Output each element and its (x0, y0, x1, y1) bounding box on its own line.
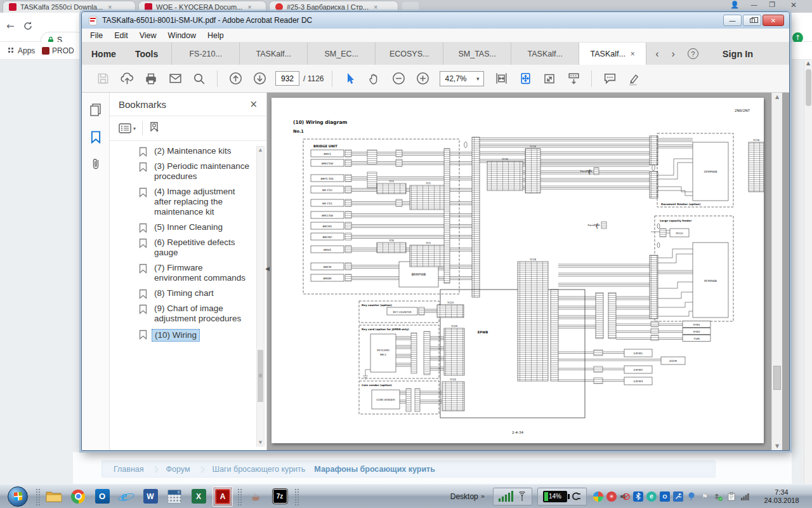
tray-signal-bars-icon[interactable] (740, 491, 750, 502)
browser-scrollbar[interactable]: ▲ (804, 60, 812, 484)
close-button[interactable]: ✕ (763, 15, 784, 26)
browser-minimize-button[interactable]: — (750, 1, 757, 9)
fullscreen-icon[interactable] (542, 71, 557, 86)
hand-tool-icon[interactable] (367, 71, 382, 86)
panel-close-icon[interactable]: × (249, 98, 258, 110)
wifi-antenna-icon[interactable] (518, 491, 527, 502)
document-scrollbar-thumb[interactable] (773, 366, 781, 390)
save-icon[interactable] (95, 71, 110, 86)
sign-in-button[interactable]: Sign In (723, 49, 753, 59)
doc-tab-3[interactable]: SM_EC... (307, 43, 375, 65)
tray-snowflake-icon[interactable]: ✳ (606, 491, 617, 502)
scroll-down-icon[interactable]: ▼ (772, 443, 782, 449)
signal-strength-icon[interactable] (499, 491, 514, 502)
tab-close-icon[interactable]: × (108, 3, 112, 11)
apps-grid-icon[interactable] (8, 47, 15, 54)
next-tab-arrow-icon[interactable]: › (672, 48, 675, 60)
document-scrollbar[interactable]: ▲ ▼ (771, 93, 782, 450)
clipboard-icon[interactable] (726, 491, 737, 502)
taskbar-clock[interactable]: 7:34 24.03.2018 (759, 488, 804, 505)
browser-scrollbar-thumb[interactable] (806, 69, 811, 106)
browser-maximize-button[interactable]: ❐ (769, 1, 775, 9)
menu-help[interactable]: Help (202, 31, 230, 40)
comment-icon[interactable] (602, 71, 617, 86)
bluetooth-icon[interactable] (633, 491, 643, 502)
battery-indicator[interactable]: 14% (543, 491, 567, 502)
doc-tab-4[interactable]: ECOSYS... (375, 43, 443, 65)
breadcrumb-link-home[interactable]: Главная (114, 465, 144, 474)
bookmark-options-menu[interactable]: ▾ (119, 123, 136, 133)
eset-icon[interactable]: e (646, 491, 657, 502)
expand-current-bookmark-icon[interactable] (149, 121, 160, 135)
scroll-down-icon[interactable]: ▼ (257, 440, 264, 445)
tab-close-icon[interactable]: × (247, 3, 251, 11)
browser-profile-icon[interactable]: 👤 (730, 1, 739, 9)
doc-tab-2[interactable]: TASKalf... (239, 43, 307, 65)
panel-scrollbar[interactable]: ▲ ▼ (256, 146, 265, 446)
highlight-icon[interactable] (626, 71, 641, 86)
taskbar-ie-button[interactable]: e (116, 486, 136, 507)
help-icon[interactable]: ? (688, 48, 698, 59)
restore-button[interactable] (743, 15, 761, 26)
page-number-input[interactable] (275, 71, 299, 86)
doc-tab-1[interactable]: FS-210... (171, 43, 239, 65)
volume-muted-icon[interactable] (620, 491, 630, 502)
doc-tab-active[interactable]: TASKalf... × (579, 43, 646, 65)
minimize-button[interactable]: — (723, 15, 742, 26)
page-thumbnails-icon[interactable] (89, 103, 102, 117)
previous-page-icon[interactable] (228, 71, 243, 86)
desktop-toolbar[interactable]: Desktop » (450, 492, 485, 501)
search-icon[interactable] (192, 71, 207, 86)
tray-balloon-icon[interactable] (686, 491, 697, 502)
bookmark-item[interactable]: (9) Chart of image adjustment procedures (154, 304, 251, 324)
refresh-icon[interactable] (23, 21, 33, 31)
tray-wrench-icon[interactable] (673, 491, 683, 502)
usb-safely-remove-icon[interactable] (713, 491, 723, 502)
doc-tab-5[interactable]: SM_TAS... (443, 43, 511, 65)
start-button[interactable] (8, 486, 28, 507)
attachments-icon[interactable] (91, 157, 101, 171)
email-icon[interactable] (167, 71, 183, 86)
breadcrumb-link-forum[interactable]: Форум (166, 465, 190, 474)
taskbar-grip[interactable] (237, 488, 242, 505)
zoom-out-icon[interactable] (391, 71, 406, 86)
bookmark-label[interactable]: PROD (52, 46, 74, 55)
apps-label[interactable]: Apps (18, 46, 35, 55)
tab-home[interactable]: Home (82, 43, 126, 65)
tab-close-icon[interactable]: × (374, 3, 377, 11)
fit-page-icon-active[interactable] (518, 71, 533, 86)
flag-icon[interactable]: ⚑ (700, 491, 710, 502)
bookmark-item[interactable]: (3) Periodic maintenance procedures (154, 161, 251, 182)
bookmark-item[interactable]: (2) Maintenance kits (154, 146, 251, 156)
doc-tab-6[interactable]: TASKalf... (511, 43, 579, 65)
taskbar-explorer-button[interactable] (44, 486, 64, 507)
scrolling-mode-icon[interactable] (566, 71, 581, 86)
tab-tools[interactable]: Tools (126, 43, 167, 65)
taskbar-calculator-button[interactable]: 0 (164, 486, 185, 507)
taskbar-grip[interactable] (294, 488, 299, 505)
browser-close-button[interactable]: ✕ (790, 1, 797, 10)
collapse-panel-icon[interactable]: ◀ (265, 265, 270, 272)
fit-width-icon[interactable] (494, 71, 509, 86)
prev-tab-arrow-icon[interactable]: ‹ (655, 48, 658, 60)
tray-color-app-icon[interactable] (593, 491, 603, 502)
scroll-up-icon[interactable]: ▲ (806, 60, 810, 66)
menu-edit[interactable]: Edit (108, 31, 134, 40)
print-icon[interactable] (143, 71, 159, 86)
taskbar-java-button[interactable]: ☕ (246, 486, 266, 507)
breadcrumb-link-steps[interactable]: Шаги бросающего курить (213, 465, 306, 474)
cloud-upload-icon[interactable] (119, 71, 134, 86)
taskbar-acrobat-button-active[interactable]: A (213, 486, 233, 507)
new-tab-button[interactable] (402, 2, 419, 12)
back-icon[interactable]: ← (6, 20, 15, 32)
bookmarks-panel-icon[interactable] (91, 131, 101, 144)
taskbar-excel-button[interactable]: X (188, 486, 209, 507)
taskbar-outlook-button[interactable]: O (92, 486, 112, 507)
taskbar-word-button[interactable]: W (140, 486, 160, 507)
scroll-up-icon[interactable]: ▲ (772, 94, 782, 100)
bookmark-item[interactable]: (7) Firmware environment commands (154, 263, 251, 283)
menu-window[interactable]: Window (162, 31, 202, 40)
next-page-icon[interactable] (252, 71, 267, 86)
zoom-in-icon[interactable] (415, 71, 430, 86)
menu-view[interactable]: View (134, 31, 162, 40)
